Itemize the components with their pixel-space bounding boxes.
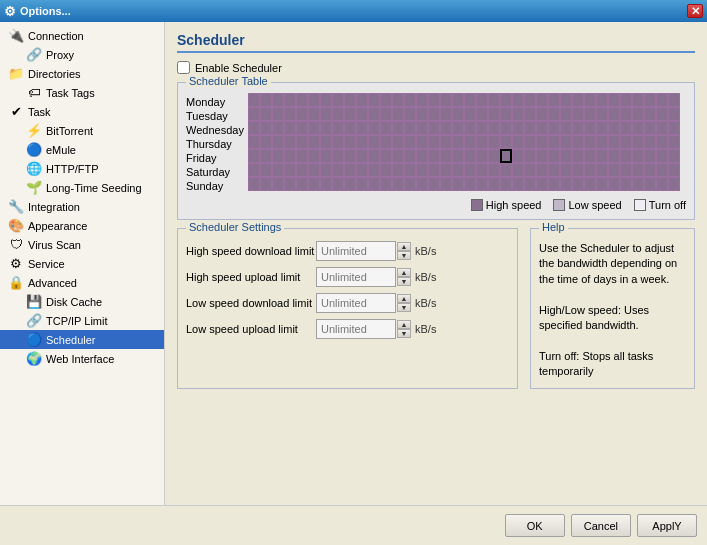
grid-cell[interactable] [560,177,572,191]
grid-cell[interactable] [272,177,284,191]
grid-cell[interactable] [488,93,500,107]
grid-cell[interactable] [608,107,620,121]
grid-cell[interactable] [476,135,488,149]
grid-cell[interactable] [584,121,596,135]
sidebar-item-disk-cache[interactable]: 💾 Disk Cache [0,292,164,311]
apply-button[interactable]: ApplY [637,514,697,537]
grid-cell[interactable] [296,93,308,107]
grid-cell[interactable] [260,107,272,121]
grid-cell[interactable] [572,107,584,121]
grid-cell[interactable] [512,163,524,177]
grid-cell[interactable] [260,149,272,163]
grid-cell[interactable] [584,163,596,177]
grid-cell[interactable] [284,107,296,121]
high-upload-up[interactable]: ▲ [397,268,411,277]
grid-cell[interactable] [380,163,392,177]
grid-cell[interactable] [308,177,320,191]
grid-cell[interactable] [284,149,296,163]
sidebar-item-web-interface[interactable]: 🌍 Web Interface [0,349,164,368]
grid-cell[interactable] [332,163,344,177]
sidebar-item-tcp-ip-limit[interactable]: 🔗 TCP/IP Limit [0,311,164,330]
grid-cell[interactable] [632,177,644,191]
grid-cell[interactable] [572,177,584,191]
grid-cell[interactable] [560,149,572,163]
grid-cell[interactable] [428,177,440,191]
grid-cell[interactable] [644,93,656,107]
grid-cell[interactable] [452,121,464,135]
grid-cell[interactable] [296,107,308,121]
grid-cell[interactable] [632,121,644,135]
grid-cell[interactable] [488,121,500,135]
grid-cell[interactable] [476,93,488,107]
grid-cell[interactable] [632,149,644,163]
grid-cell[interactable] [608,135,620,149]
low-upload-down[interactable]: ▼ [397,329,411,338]
grid-cell[interactable] [596,177,608,191]
grid-cell[interactable] [548,93,560,107]
grid-cell[interactable] [464,163,476,177]
grid-cell[interactable] [488,177,500,191]
grid-cell[interactable] [452,177,464,191]
sidebar-item-appearance[interactable]: 🎨 Appearance [0,216,164,235]
grid-cell[interactable] [380,149,392,163]
grid-cell[interactable] [548,177,560,191]
grid-cell[interactable] [260,93,272,107]
grid-cell[interactable] [656,149,668,163]
grid-cell[interactable] [524,107,536,121]
grid-cell[interactable] [344,121,356,135]
high-download-up[interactable]: ▲ [397,242,411,251]
grid-cell[interactable] [524,163,536,177]
grid-cell[interactable] [596,93,608,107]
grid-cell[interactable] [560,107,572,121]
sidebar-item-proxy[interactable]: 🔗 Proxy [0,45,164,64]
grid-cell[interactable] [524,93,536,107]
grid-cell[interactable] [572,135,584,149]
grid-cell[interactable] [620,177,632,191]
grid-cell[interactable] [344,93,356,107]
grid-cell[interactable] [548,163,560,177]
grid-cell[interactable] [248,107,260,121]
grid-cell[interactable] [284,93,296,107]
grid-cell[interactable] [404,121,416,135]
grid-cell[interactable] [668,93,680,107]
grid-cell[interactable] [500,107,512,121]
grid-cell[interactable] [596,163,608,177]
grid-cell[interactable] [572,149,584,163]
grid-cell[interactable] [644,121,656,135]
grid-cell[interactable] [536,93,548,107]
grid-cell[interactable] [632,163,644,177]
grid-cell[interactable] [320,163,332,177]
grid-cell[interactable] [608,93,620,107]
grid-cell[interactable] [320,135,332,149]
sidebar-item-bittorrent[interactable]: ⚡ BitTorrent [0,121,164,140]
grid-cell[interactable] [632,93,644,107]
grid-cell[interactable] [656,177,668,191]
low-upload-up[interactable]: ▲ [397,320,411,329]
high-upload-input[interactable] [316,267,396,287]
low-upload-input[interactable] [316,319,396,339]
grid-cell[interactable] [464,149,476,163]
grid-cell[interactable] [644,107,656,121]
grid-cell[interactable] [560,121,572,135]
grid-cell[interactable] [644,149,656,163]
grid-cell[interactable] [260,163,272,177]
grid-cell[interactable] [524,135,536,149]
grid-cell[interactable] [548,135,560,149]
grid-cell[interactable] [308,121,320,135]
grid-cell[interactable] [428,135,440,149]
grid-cell[interactable] [440,121,452,135]
grid-cell[interactable] [464,121,476,135]
grid-cell[interactable] [620,135,632,149]
grid-cell[interactable] [584,135,596,149]
grid-cell[interactable] [656,121,668,135]
grid-cell[interactable] [500,93,512,107]
grid-cell[interactable] [452,135,464,149]
grid-cell[interactable] [536,177,548,191]
grid-cell[interactable] [596,149,608,163]
grid-cell[interactable] [296,163,308,177]
grid-cell[interactable] [404,107,416,121]
grid-cell[interactable] [596,107,608,121]
grid-cell[interactable] [368,135,380,149]
grid-cell[interactable] [260,121,272,135]
grid-cell[interactable] [644,135,656,149]
